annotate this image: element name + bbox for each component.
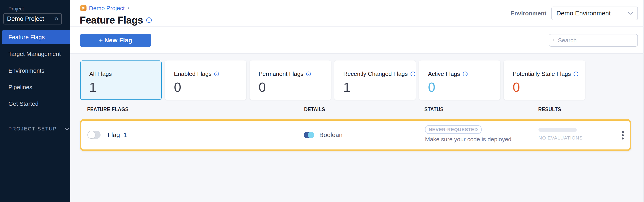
right-edge-divider <box>643 0 644 202</box>
flag-table-row[interactable]: Flag_1 Boolean NEVER-REQUESTED Make sure… <box>80 119 631 151</box>
status-badge: NEVER-REQUESTED <box>425 125 482 134</box>
info-icon[interactable] <box>214 72 219 76</box>
status-hint-text: Make sure your code is deployed <box>425 136 512 143</box>
chevron-right-icon: › <box>127 4 129 12</box>
metric-card-active-flags[interactable]: Active Flags 0 <box>419 60 500 100</box>
sidebar-item-feature-flags[interactable]: Feature Flags <box>2 30 70 44</box>
info-icon[interactable] <box>463 72 468 76</box>
search-icon <box>553 37 555 43</box>
info-icon[interactable] <box>574 72 578 76</box>
page-title: Feature Flags <box>80 14 143 26</box>
metric-value: 0 <box>174 80 240 94</box>
metric-label: Active Flags <box>428 70 460 78</box>
project-label: Project <box>8 6 24 12</box>
double-chevron-icon[interactable]: » <box>54 14 59 23</box>
feature-flags-page: Project Demo Project » Feature Flags Tar… <box>0 0 644 202</box>
metric-label: All Flags <box>89 70 112 78</box>
flag-details: Boolean <box>304 131 342 138</box>
flag-name[interactable]: Flag_1 <box>108 131 127 138</box>
sidebar-item-get-started[interactable]: Get Started <box>0 97 70 111</box>
sidebar-item-label: Environments <box>8 67 44 74</box>
metric-card-all-flags[interactable]: All Flags 1 <box>80 60 162 100</box>
chevron-down-icon <box>64 128 70 130</box>
sidebar-item-pipelines[interactable]: Pipelines <box>0 80 70 94</box>
sidebar-item-environments[interactable]: Environments <box>0 64 70 78</box>
feature-flags-module-icon <box>80 5 86 11</box>
breadcrumb: Demo Project › <box>80 4 129 12</box>
metric-label: Enabled Flags <box>174 70 212 78</box>
chevron-down-icon <box>628 12 633 15</box>
toolbar: + New Flag <box>70 27 643 54</box>
metric-value: 0 <box>428 80 494 94</box>
section-label: PROJECT SETUP <box>8 126 57 132</box>
column-header-feature-flags: FEATURE FLAGS <box>87 106 128 112</box>
sidebar-item-label: Get Started <box>8 100 38 107</box>
environment-select-value: Demo Environment <box>556 10 611 17</box>
sidebar-divider <box>8 117 61 117</box>
metric-value: 0 <box>513 80 578 94</box>
project-selector-value: Demo Project <box>7 16 44 22</box>
page-header: Demo Project › Feature Flags Environment… <box>70 0 643 27</box>
project-selector[interactable]: Demo Project » <box>4 13 62 24</box>
metric-card-recently-changed-flags[interactable]: Recently Changed Flags 1 <box>334 60 416 100</box>
flag-type-label: Boolean <box>319 131 342 138</box>
environment-picker: Environment Demo Environment <box>510 0 638 27</box>
metric-card-enabled-flags[interactable]: Enabled Flags 0 <box>165 60 246 100</box>
metric-label: Recently Changed Flags <box>343 70 408 78</box>
column-header-details: DETAILS <box>304 106 325 112</box>
sidebar-item-target-management[interactable]: Target Management <box>0 47 70 61</box>
flag-enabled-toggle[interactable] <box>88 131 100 139</box>
sidebar-item-label: Feature Flags <box>8 34 44 41</box>
flag-results: NO EVALUATIONS <box>538 128 583 141</box>
column-header-status: STATUS <box>424 106 444 112</box>
sidebar: Project Demo Project » Feature Flags Tar… <box>0 0 70 202</box>
environment-label: Environment <box>510 10 546 17</box>
results-text: NO EVALUATIONS <box>538 135 583 141</box>
metric-value: 1 <box>89 80 155 94</box>
sidebar-item-label: Target Management <box>8 50 61 58</box>
metric-card-potentially-stale-flags[interactable]: Potentially Stale Flags 0 <box>504 60 585 100</box>
metric-label: Potentially Stale Flags <box>513 70 571 78</box>
results-placeholder-bar <box>538 128 577 132</box>
info-icon[interactable] <box>146 18 152 23</box>
title-row: Feature Flags <box>80 14 152 26</box>
sidebar-section-project-setup[interactable]: PROJECT SETUP <box>8 126 70 132</box>
new-flag-button[interactable]: + New Flag <box>80 34 151 47</box>
search-box <box>549 34 638 47</box>
column-header-results: RESULTS <box>538 106 561 112</box>
flag-status: NEVER-REQUESTED Make sure your code is d… <box>425 125 512 143</box>
content-area: All Flags 1 Enabled Flags 0 Permanent Fl… <box>70 54 643 202</box>
metric-card-permanent-flags[interactable]: Permanent Flags 0 <box>250 60 331 100</box>
environment-select[interactable]: Demo Environment <box>552 6 638 20</box>
info-icon[interactable] <box>306 72 311 76</box>
metric-label: Permanent Flags <box>258 70 304 78</box>
info-icon[interactable] <box>410 72 415 76</box>
breadcrumb-project-link[interactable]: Demo Project <box>89 5 125 12</box>
boolean-type-icon <box>304 132 314 138</box>
metric-value: 0 <box>258 80 324 94</box>
search-input[interactable] <box>558 37 634 44</box>
row-options-menu-button[interactable] <box>618 130 627 141</box>
sidebar-item-label: Pipelines <box>8 84 32 91</box>
metric-value: 1 <box>343 80 409 94</box>
